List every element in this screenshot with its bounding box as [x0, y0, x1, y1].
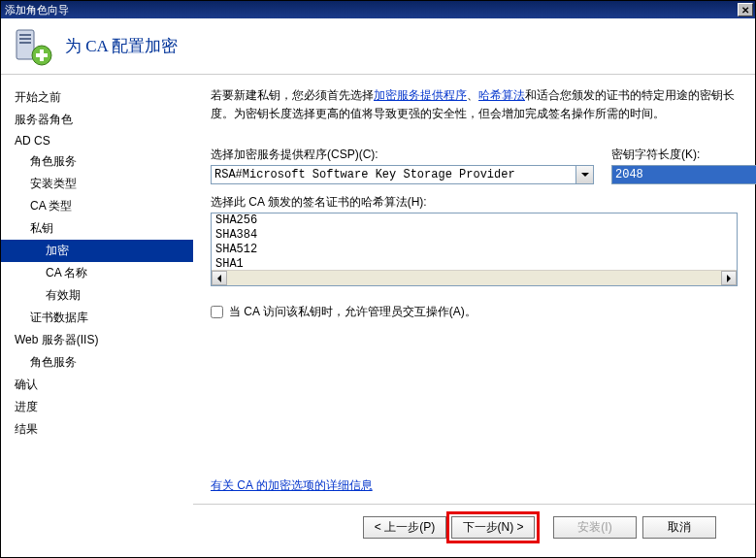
titlebar: 添加角色向导 ✕	[1, 1, 755, 18]
admin-interact-row: 当 CA 访问该私钥时，允许管理员交互操作(A)。	[211, 304, 738, 320]
install-button: 安装(I)	[553, 516, 637, 539]
scroll-right-button[interactable]	[721, 271, 737, 285]
svg-rect-1	[19, 34, 31, 36]
svg-rect-2	[19, 38, 31, 40]
nav-before-begin[interactable]: 开始之前	[1, 86, 193, 109]
intro-sep: 、	[467, 88, 478, 102]
svg-rect-3	[19, 42, 31, 44]
svg-rect-6	[36, 53, 48, 57]
hash-link[interactable]: 哈希算法	[478, 88, 525, 102]
window-title: 添加角色向导	[5, 3, 69, 17]
intro-text: 若要新建私钥，您必须首先选择加密服务提供程序、哈希算法和适合您颁发的证书的特定用…	[211, 86, 738, 123]
nav-cert-db[interactable]: 证书数据库	[1, 307, 193, 329]
close-button[interactable]: ✕	[738, 3, 753, 16]
header: 为 CA 配置加密	[1, 18, 755, 75]
csp-dropdown-button[interactable]	[576, 165, 594, 184]
csp-keylen-row: 选择加密服务提供程序(CSP)(C): 密钥字符长度(K):	[211, 147, 738, 184]
nav-progress[interactable]: 进度	[1, 396, 193, 418]
next-highlight: 下一步(N) >	[446, 511, 540, 543]
intro-pre: 若要新建私钥，您必须首先选择	[211, 88, 374, 102]
keylen-value[interactable]	[611, 165, 756, 184]
scroll-left-button[interactable]	[212, 271, 227, 285]
content: 若要新建私钥，您必须首先选择加密服务提供程序、哈希算法和适合您颁发的证书的特定用…	[193, 75, 755, 557]
nav-ca-type[interactable]: CA 类型	[1, 195, 193, 217]
nav-validity[interactable]: 有效期	[1, 284, 193, 307]
body: 开始之前 服务器角色 AD CS 角色服务 安装类型 CA 类型 私钥 加密 C…	[1, 75, 755, 557]
hash-option[interactable]: SHA256	[212, 213, 737, 228]
nav-private-key[interactable]: 私钥	[1, 217, 193, 240]
nav-server-roles[interactable]: 服务器角色	[1, 109, 193, 131]
wizard-window: 添加角色向导 ✕ 为 CA 配置加密 开始之前 服务器角色 AD CS 角色服务…	[0, 0, 756, 558]
admin-interact-label: 当 CA 访问该私钥时，允许管理员交互操作(A)。	[229, 304, 477, 320]
hash-label: 选择此 CA 颁发的签名证书的哈希算法(H):	[211, 194, 738, 211]
footer: < 上一步(P) 下一步(N) > 安装(I) 取消	[211, 505, 738, 549]
keylen-dropdown[interactable]	[611, 165, 738, 184]
nav-results[interactable]: 结果	[1, 418, 193, 441]
nav-cryptography[interactable]: 加密	[1, 240, 193, 262]
sidebar: 开始之前 服务器角色 AD CS 角色服务 安装类型 CA 类型 私钥 加密 C…	[1, 75, 193, 557]
hash-listbox[interactable]: SHA256 SHA384 SHA512 SHA1	[211, 213, 738, 286]
nav-setup-type[interactable]: 安装类型	[1, 173, 193, 195]
help-link[interactable]: 有关 CA 的加密选项的详细信息	[211, 477, 738, 494]
nav-iis[interactable]: Web 服务器(IIS)	[1, 329, 193, 351]
nav-iis-role-services[interactable]: 角色服务	[1, 351, 193, 374]
csp-dropdown[interactable]	[211, 165, 594, 184]
csp-link[interactable]: 加密服务提供程序	[374, 88, 467, 102]
next-button[interactable]: 下一步(N) >	[451, 516, 535, 539]
nav-confirm[interactable]: 确认	[1, 374, 193, 396]
nav-ca-name[interactable]: CA 名称	[1, 262, 193, 284]
nav-role-services[interactable]: 角色服务	[1, 150, 193, 173]
admin-interact-checkbox[interactable]	[211, 306, 223, 318]
keylen-label: 密钥字符长度(K):	[611, 147, 738, 163]
server-add-icon	[13, 26, 53, 67]
hash-option[interactable]: SHA384	[212, 228, 737, 243]
csp-value[interactable]	[211, 165, 576, 184]
nav-adcs[interactable]: AD CS	[1, 131, 193, 150]
cancel-button[interactable]: 取消	[642, 516, 716, 539]
page-title: 为 CA 配置加密	[65, 35, 178, 57]
hash-option[interactable]: SHA512	[212, 243, 737, 257]
previous-button[interactable]: < 上一步(P)	[363, 516, 446, 539]
csp-label: 选择加密服务提供程序(CSP)(C):	[211, 147, 594, 163]
hscroll	[212, 270, 737, 285]
hash-option[interactable]: SHA1	[212, 257, 737, 270]
